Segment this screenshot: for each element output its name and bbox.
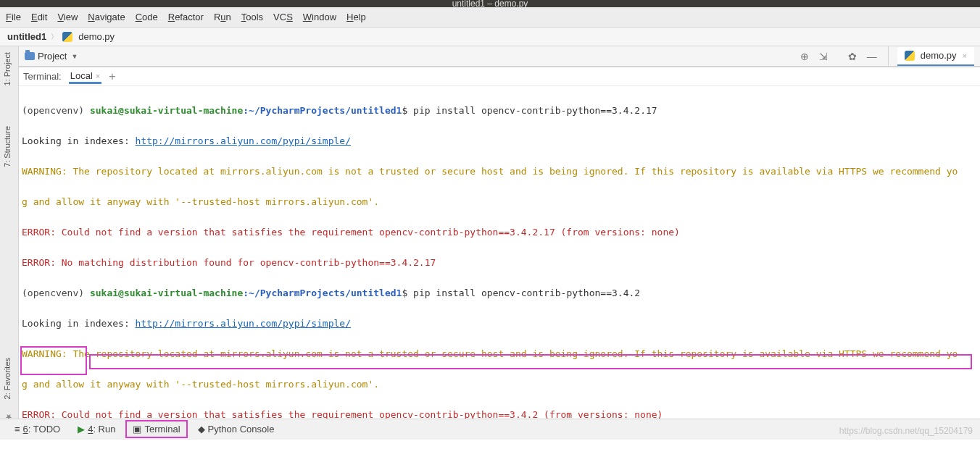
project-view-selector[interactable]: Project ▼ <box>25 51 78 62</box>
chevron-down-icon: ▼ <box>71 53 78 60</box>
menu-help[interactable]: Help <box>346 12 366 22</box>
terminal-tabbar: Terminal: Local × + <box>19 67 980 86</box>
window-title: untitled1 – demo.py <box>452 0 528 7</box>
close-icon[interactable]: × <box>96 72 100 80</box>
project-view-label: Project <box>38 51 67 62</box>
tool-tab-favorites[interactable]: 2: Favorites <box>3 358 12 399</box>
tool-tab-run[interactable]: ▶ 4: Run <box>70 420 122 438</box>
close-icon[interactable]: × <box>963 51 967 60</box>
python-file-icon <box>62 32 72 42</box>
link-aliyun-index[interactable]: http://mirrors.aliyun.com/pypi/simple/ <box>136 318 351 329</box>
breadcrumb-project[interactable]: untitled1 <box>7 31 46 42</box>
menu-refactor[interactable]: Refactor <box>168 12 204 22</box>
tool-tab-terminal-label: Terminal <box>144 424 180 435</box>
menu-navigate[interactable]: Navigate <box>88 12 125 22</box>
tool-tab-project[interactable]: 1: Project <box>3 52 12 85</box>
left-gutter: 1: Project 7: Structure 2: Favorites ★ <box>0 46 19 421</box>
menu-run[interactable]: Run <box>214 12 231 22</box>
breadcrumb: untitled1 〉 demo.py <box>0 28 980 46</box>
editor-tab-demo[interactable]: demo.py × <box>897 47 974 66</box>
project-toolbar: Project ▼ ⊕ ⇲ ✿ — demo.py × <box>19 46 980 67</box>
locate-icon[interactable]: ⊕ <box>798 51 811 62</box>
breadcrumb-file[interactable]: demo.py <box>78 31 115 42</box>
terminal-tab-local[interactable]: Local × <box>69 69 102 84</box>
todo-icon: ≡ <box>14 424 20 435</box>
menu-vcs[interactable]: VCS <box>273 12 293 22</box>
tool-tab-terminal[interactable]: ▣ Terminal <box>125 420 187 438</box>
bottom-toolbar: ≡ 6: TODO ▶ 4: Run ▣ Terminal ◆ Python C… <box>0 419 980 439</box>
chevron-icon: 〉 <box>51 32 58 42</box>
tool-tab-python-console-label: Python Console <box>208 424 275 435</box>
menu-window[interactable]: Window <box>303 12 336 22</box>
terminal-icon: ▣ <box>133 424 141 435</box>
terminal-title: Terminal: <box>23 71 62 82</box>
play-icon: ▶ <box>78 424 85 435</box>
menu-edit[interactable]: Edit <box>31 12 47 22</box>
python-file-icon <box>905 51 915 61</box>
folder-icon <box>25 52 35 60</box>
menu-tools[interactable]: Tools <box>241 12 263 22</box>
terminal-panel: Terminal: Local × + (opencvenv) sukai@su… <box>19 67 980 421</box>
minimize-icon[interactable]: — <box>865 51 879 62</box>
menu-view[interactable]: View <box>57 12 78 22</box>
link-aliyun-index[interactable]: http://mirrors.aliyun.com/pypi/simple/ <box>136 135 351 146</box>
terminal-tab-label: Local <box>70 70 93 81</box>
tool-tab-structure[interactable]: 7: Structure <box>3 126 12 167</box>
tool-tab-python-console[interactable]: ◆ Python Console <box>191 420 282 438</box>
watermark: https://blog.csdn.net/qq_15204179 <box>839 426 973 436</box>
editor-tab-label: demo.py <box>921 50 957 61</box>
cutoff-strip <box>0 439 980 449</box>
expand-icon[interactable]: ⇲ <box>817 51 830 62</box>
terminal-output[interactable]: (opencvenv) sukai@sukai-virtual-machine:… <box>19 86 980 421</box>
menu-bar: File Edit View Navigate Code Refactor Ru… <box>0 7 980 28</box>
tool-tab-todo[interactable]: ≡ 6: TODO <box>7 420 67 438</box>
add-terminal-button[interactable]: + <box>109 70 115 83</box>
menu-code[interactable]: Code <box>136 12 158 22</box>
window-titlebar: untitled1 – demo.py <box>0 0 980 7</box>
python-icon: ◆ <box>198 424 205 435</box>
menu-file[interactable]: File <box>6 12 21 22</box>
gear-icon[interactable]: ✿ <box>846 51 859 62</box>
